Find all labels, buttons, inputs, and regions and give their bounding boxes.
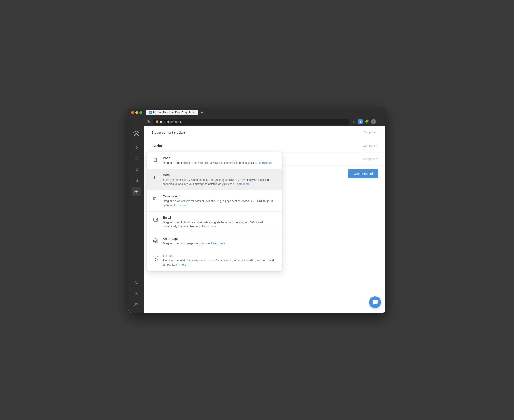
sidebar-item-users[interactable] <box>132 300 141 309</box>
amp-item-content: Amp Page Drag and drop amp pages for you… <box>163 237 277 246</box>
traffic-lights <box>131 111 142 114</box>
sidebar-item-components[interactable] <box>132 187 141 196</box>
email-learn-more-link[interactable]: Learn more <box>202 225 216 228</box>
svg-text:{ }: { } <box>153 175 158 180</box>
title-bar: B Builder: Drag and Drop Page B ✕ + <box>128 107 386 118</box>
back-button[interactable]: ← <box>131 120 137 124</box>
menu-icon[interactable]: ⋮ <box>377 119 383 124</box>
sidebar-item-team[interactable] <box>132 278 141 287</box>
new-tab-button[interactable]: + <box>199 109 205 116</box>
email-icon <box>152 216 159 224</box>
chat-button[interactable] <box>369 296 381 308</box>
sidebar-item-account[interactable] <box>132 289 141 298</box>
page-item-content: Page Drag and drop full pages for your s… <box>163 156 277 165</box>
url-bar[interactable]: 🔒 builder.io/models <box>153 119 349 125</box>
security-icon: 🔒 <box>155 120 159 123</box>
model-type-studio: Component <box>363 131 378 134</box>
model-type-symbol: Component <box>363 144 378 147</box>
function-icon <box>152 255 159 262</box>
component-item-title: Component <box>163 195 277 198</box>
dropdown-item-component[interactable]: Component Drag and drop content for part… <box>147 190 282 212</box>
tab-close-icon[interactable]: ✕ <box>192 111 195 114</box>
model-row-symbol[interactable]: Symbol Component <box>144 139 386 152</box>
page-item-desc: Drag and drop full pages for your site -… <box>163 161 277 165</box>
forward-button[interactable]: → <box>138 120 144 124</box>
active-tab[interactable]: B Builder: Drag and Drop Page B ✕ <box>146 110 198 115</box>
sidebar <box>128 126 144 313</box>
minimize-button[interactable] <box>135 111 138 114</box>
email-item-title: Email <box>163 216 277 219</box>
browser-window: B Builder: Drag and Drop Page B ✕ + ← → … <box>128 107 386 313</box>
svg-point-3 <box>135 169 136 170</box>
sidebar-item-saved[interactable] <box>132 176 141 185</box>
dropdown-item-email[interactable]: Email Drag and drop to build custom emai… <box>147 212 282 233</box>
function-item-desc: Execute serverside Javascript code. Usef… <box>163 259 277 267</box>
reload-button[interactable]: ↻ <box>146 120 151 124</box>
model-type-template: Component <box>363 157 378 161</box>
model-name-studio: Studio content sidebar <box>151 130 363 134</box>
page-learn-more-link[interactable]: Learn more <box>258 161 272 165</box>
function-learn-more-link[interactable]: Learn more <box>172 263 186 266</box>
svg-point-12 <box>135 281 136 282</box>
data-item-title: Data <box>163 173 277 177</box>
tab-bar: B Builder: Drag and Drop Page B ✕ + <box>146 109 383 116</box>
svg-point-15 <box>136 303 138 304</box>
data-icon: { } <box>152 174 159 181</box>
bookmark-star-icon[interactable]: ☆ <box>351 119 357 124</box>
sidebar-item-list[interactable] <box>132 154 141 163</box>
puzzle-icon[interactable]: 🧩 <box>364 119 370 124</box>
dropdown-item-data[interactable]: { } Data Standard headless CMS data mode… <box>147 169 282 190</box>
amp-learn-more-link[interactable]: Learn more <box>211 242 225 245</box>
sidebar-logo[interactable] <box>132 130 140 138</box>
dropdown-item-page[interactable]: Page Drag and drop full pages for your s… <box>147 152 282 169</box>
maximize-button[interactable] <box>139 111 142 114</box>
svg-rect-9 <box>136 190 138 191</box>
component-icon <box>152 195 159 202</box>
main-content: Studio content sidebar Component Symbol … <box>128 126 386 313</box>
profile-avatar[interactable]: 👤 <box>371 119 376 124</box>
amp-icon <box>152 237 159 245</box>
page-content: Studio content sidebar Component Symbol … <box>144 126 386 313</box>
tab-favicon: B <box>149 111 152 114</box>
model-name-symbol: Symbol <box>151 144 363 148</box>
tab-title: Builder: Drag and Drop Page B <box>153 111 191 114</box>
component-learn-more-link[interactable]: Learn more <box>174 204 188 207</box>
svg-rect-20 <box>154 198 155 199</box>
model-row-studio[interactable]: Studio content sidebar Component <box>144 126 386 139</box>
close-button[interactable] <box>131 111 134 114</box>
svg-rect-11 <box>136 192 138 193</box>
extension-icon[interactable]: B <box>358 119 363 124</box>
email-item-desc: Drag and drop to build custom emails and… <box>163 220 277 228</box>
component-item-desc: Drag and drop content for parts of your … <box>163 199 277 207</box>
address-bar: ← → ↻ 🔒 builder.io/models ☆ B 🧩 👤 ⋮ <box>128 118 386 126</box>
amp-item-desc: Drag and drop amp pages for your site. L… <box>163 241 277 246</box>
create-model-button[interactable]: Create model <box>348 169 378 178</box>
amp-item-title: Amp Page <box>163 237 277 240</box>
component-item-content: Component Drag and drop content for part… <box>163 195 277 207</box>
svg-point-4 <box>137 168 138 169</box>
svg-point-5 <box>137 170 138 171</box>
function-item-content: Function Execute serverside Javascript c… <box>163 254 277 267</box>
dropdown-item-function[interactable]: Function Execute serverside Javascript c… <box>147 250 282 271</box>
models-area: Studio content sidebar Component Symbol … <box>144 126 386 313</box>
url-text: builder.io/models <box>160 120 182 123</box>
email-item-content: Email Drag and drop to build custom emai… <box>163 216 277 228</box>
function-item-title: Function <box>163 254 277 258</box>
svg-line-7 <box>136 170 137 170</box>
sidebar-item-wand[interactable] <box>132 143 141 152</box>
page-item-title: Page <box>163 156 277 160</box>
svg-rect-17 <box>154 158 156 161</box>
sidebar-item-insights[interactable] <box>132 165 141 174</box>
svg-rect-8 <box>135 190 136 191</box>
data-item-desc: Standard headless CMS data models - for … <box>163 178 277 186</box>
data-item-content: Data Standard headless CMS data models -… <box>163 173 277 186</box>
data-learn-more-link[interactable]: Learn more <box>236 182 249 186</box>
svg-point-14 <box>135 303 136 304</box>
browser-actions: ☆ B 🧩 👤 ⋮ <box>351 119 383 124</box>
page-icon <box>152 157 159 164</box>
dropdown-item-amp[interactable]: Amp Page Drag and drop amp pages for you… <box>147 233 282 250</box>
svg-point-13 <box>136 292 137 294</box>
model-type-dropdown[interactable]: Page Drag and drop full pages for your s… <box>147 152 282 271</box>
svg-rect-10 <box>135 192 136 193</box>
